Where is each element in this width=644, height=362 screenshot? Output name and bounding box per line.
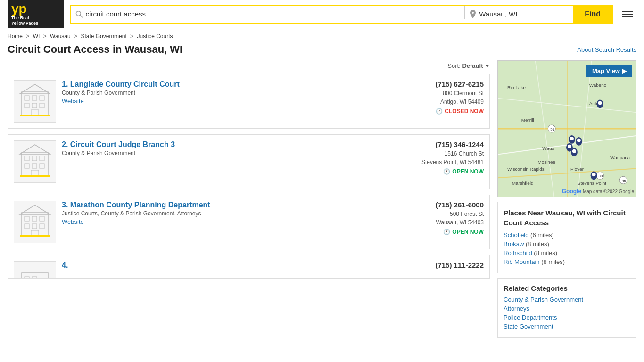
result-status-2: OPEN NOW	[452, 168, 484, 175]
map-copyright: Map data ©2022 Google	[583, 189, 634, 194]
breadcrumb-state[interactable]: WI	[33, 33, 40, 40]
menu-button[interactable]	[619, 7, 636, 21]
hamburger-line1	[622, 11, 633, 12]
sort-value[interactable]: Default	[462, 62, 483, 69]
svg-text:Wabeno: Wabeno	[589, 82, 607, 88]
result-status-3: OPEN NOW	[452, 229, 484, 235]
hamburger-line3	[622, 16, 633, 17]
result-number-1: 1.	[62, 80, 70, 88]
svg-line-1	[80, 15, 82, 17]
result-number-2: 2.	[62, 140, 70, 148]
map-container: Rib Lake Merrill Wabeno Antigo Waus Mosi…	[497, 60, 636, 197]
related-cat-link-2[interactable]: Attorneys	[504, 305, 630, 312]
svg-point-65	[570, 137, 574, 140]
result-status-wrap-2: 🕐 OPEN NOW	[421, 168, 484, 175]
svg-text:Mosinee: Mosinee	[537, 159, 555, 165]
breadcrumb: Home > WI > Wausau > State Government > …	[0, 28, 644, 41]
svg-rect-8	[40, 103, 44, 108]
result-name-4[interactable]: 4.	[62, 261, 68, 269]
result-website-3[interactable]: Website	[62, 218, 84, 225]
breadcrumb-city[interactable]: Wausau	[50, 33, 71, 40]
svg-text:Wisconsin Rapids: Wisconsin Rapids	[507, 166, 545, 172]
building-icon-2	[18, 143, 52, 181]
svg-rect-15	[40, 156, 44, 161]
places-near-title: Places Near Wausau, WI with Circuit Cour…	[504, 208, 630, 228]
breadcrumb-cat1[interactable]: State Government	[81, 33, 126, 40]
places-near-item-4: Rib Mountain (8 miles)	[504, 258, 630, 265]
result-category-2: County & Parish Government	[62, 150, 416, 156]
svg-rect-31	[20, 235, 50, 237]
map-view-button[interactable]: Map View ▶	[586, 65, 632, 77]
map-view-label: Map View	[592, 67, 620, 74]
building-icon-4	[18, 263, 52, 279]
result-name-3[interactable]: 3. Marathon County Planning Department	[62, 201, 210, 209]
result-website-1[interactable]: Website	[62, 98, 84, 105]
result-card-4: 4. (715) 111-2222	[8, 255, 490, 279]
svg-text:Plover: Plover	[570, 166, 584, 172]
result-phone-2[interactable]: (715) 346-1244	[421, 140, 484, 148]
result-status-wrap-1: 🕐 CLOSED NOW	[435, 108, 484, 115]
page-title: Circuit Court Access in Wausau, WI	[8, 43, 182, 56]
places-near-link-1[interactable]: Schofield	[504, 231, 528, 239]
result-info-2: 2. Circuit Court Judge Branch 3 County &…	[62, 140, 416, 183]
svg-rect-5	[40, 96, 44, 100]
sort-label: Sort:	[447, 62, 460, 69]
about-search-results-link[interactable]: About Search Results	[577, 46, 636, 53]
svg-rect-14	[32, 156, 37, 161]
related-cat-link-1[interactable]: County & Parish Government	[504, 296, 630, 303]
places-near-item-2: Brokaw (8 miles)	[504, 240, 630, 247]
svg-text:45: 45	[622, 179, 626, 183]
result-status-1: CLOSED NOW	[445, 108, 484, 115]
svg-rect-32	[22, 273, 48, 279]
main-content: Sort: Default ▼	[0, 60, 644, 338]
svg-text:Stevens Point: Stevens Point	[578, 181, 606, 186]
places-near-item-1: Schofield (6 miles)	[504, 231, 630, 239]
result-name-2[interactable]: 2. Circuit Court Judge Branch 3	[62, 140, 175, 148]
result-number-4: 4.	[62, 261, 68, 269]
svg-marker-20	[20, 145, 50, 154]
result-phone-4[interactable]: (715) 111-2222	[435, 261, 484, 269]
breadcrumb-home[interactable]: Home	[8, 33, 23, 40]
building-icon-3	[18, 203, 52, 241]
places-near-item-3: Rothschild (8 miles)	[504, 249, 630, 256]
related-categories-section: Related Categories County & Parish Gover…	[497, 278, 636, 338]
result-name-1[interactable]: 1. Langlade County Circuit Court	[62, 80, 180, 88]
related-categories-title: Related Categories	[504, 284, 630, 292]
map-footer: Google Map data ©2022 Google	[562, 188, 634, 195]
result-address-1: 800 Clermont St Antigo, WI 54409	[435, 89, 484, 106]
svg-point-63	[598, 101, 602, 105]
svg-point-69	[568, 145, 571, 148]
search-icon	[75, 10, 83, 18]
svg-point-73	[592, 173, 596, 176]
places-near-link-3[interactable]: Rothschild	[504, 249, 532, 256]
svg-text:Waupaca: Waupaca	[610, 155, 630, 160]
result-contact-4: (715) 111-2222	[435, 261, 484, 272]
hamburger-line2	[622, 14, 633, 15]
result-status-wrap-3: 🕐 OPEN NOW	[435, 229, 484, 235]
svg-rect-18	[40, 164, 44, 168]
related-cat-link-3[interactable]: Police Departments	[504, 314, 630, 321]
places-near-distance-1: (6 miles)	[530, 231, 554, 239]
yp-logo-text: yp	[11, 2, 27, 16]
result-phone-3[interactable]: (715) 261-6000	[435, 201, 484, 209]
svg-point-67	[577, 139, 581, 142]
result-phone-1[interactable]: (715) 627-6215	[435, 80, 484, 88]
result-address-2: 1516 Church St Stevens Point, WI 54481	[421, 149, 484, 166]
places-near-link-4[interactable]: Rib Mountain	[504, 258, 540, 265]
svg-text:Waus: Waus	[542, 146, 554, 151]
svg-marker-30	[20, 205, 50, 214]
search-input[interactable]	[86, 10, 460, 18]
places-near-link-2[interactable]: Brokaw	[504, 240, 524, 247]
location-icon	[470, 10, 476, 18]
result-info-4: 4.	[62, 261, 429, 272]
breadcrumb-cat2[interactable]: Justice Courts	[137, 33, 173, 40]
map-view-arrow-icon: ▶	[622, 67, 627, 74]
location-input[interactable]	[479, 10, 569, 18]
google-logo: Google	[562, 188, 581, 195]
header: yp The Real Yellow Pages Find	[0, 0, 644, 28]
result-image-1	[14, 80, 56, 123]
find-button[interactable]: Find	[573, 6, 612, 23]
result-category-3: Justice Courts, County & Parish Governme…	[62, 210, 429, 217]
related-cat-link-4[interactable]: State Government	[504, 323, 630, 330]
sidebar-column: Rib Lake Merrill Wabeno Antigo Waus Mosi…	[497, 60, 636, 338]
